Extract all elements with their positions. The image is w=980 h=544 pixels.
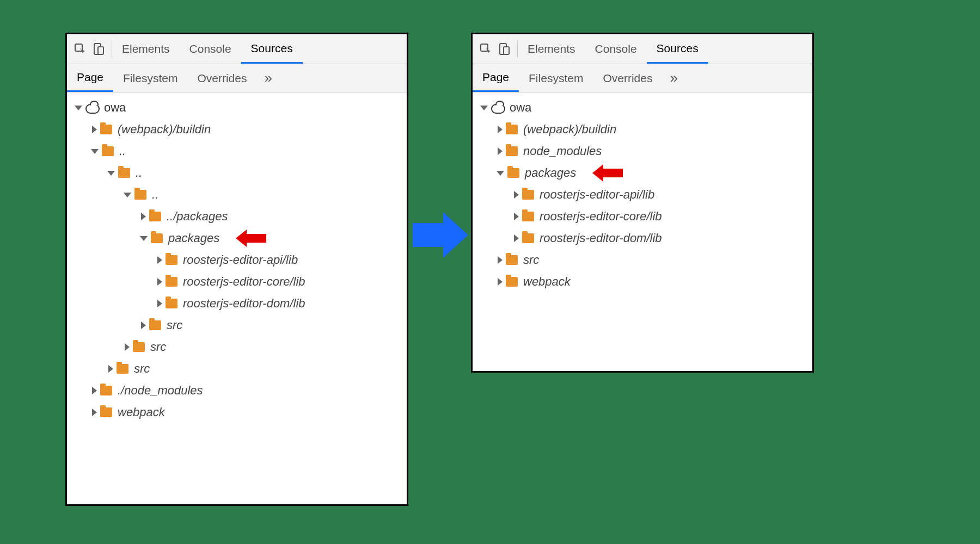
folder-icon: [506, 125, 518, 134]
tab-sources[interactable]: Sources: [647, 34, 708, 64]
tree-item-src-2[interactable]: src: [67, 336, 407, 358]
tree-item-roosterjs-core[interactable]: roosterjs-editor-core/lib: [67, 271, 407, 293]
svg-rect-0: [75, 44, 82, 51]
expand-arrow-right-icon[interactable]: [92, 409, 97, 416]
subtab-filesystem-label: Filesystem: [529, 72, 583, 85]
subtab-page[interactable]: Page: [473, 64, 519, 92]
tab-elements[interactable]: Elements: [112, 34, 180, 64]
tree-item-roosterjs-api[interactable]: roosterjs-editor-api/lib: [473, 184, 812, 206]
subtab-more-icon[interactable]: »: [256, 64, 279, 92]
tree-item-label: src: [523, 253, 539, 267]
tree-item-dotdot-packages[interactable]: ../packages: [67, 206, 407, 227]
tree-root-owa[interactable]: owa: [473, 97, 812, 119]
tree-item-webpack-buildin[interactable]: (webpack)/buildin: [67, 119, 407, 140]
subtab-filesystem[interactable]: Filesystem: [113, 64, 187, 92]
subtab-page-label: Page: [482, 71, 509, 84]
expand-arrow-right-icon[interactable]: [141, 322, 146, 329]
folder-icon: [506, 277, 518, 287]
tree-item-src[interactable]: src: [473, 249, 812, 271]
tree-item-label: webpack: [118, 405, 165, 419]
expand-arrow-down-icon[interactable]: [124, 193, 131, 197]
expand-arrow-down-icon[interactable]: [91, 149, 99, 154]
red-arrow-annotation: [236, 230, 266, 247]
expand-arrow-right-icon[interactable]: [92, 387, 97, 394]
expand-arrow-right-icon[interactable]: [498, 147, 503, 155]
tree-item-packages[interactable]: packages: [67, 227, 407, 249]
subtab-overrides[interactable]: Overrides: [187, 64, 256, 92]
tree-item-label: roosterjs-editor-api/lib: [183, 253, 298, 267]
expand-arrow-right-icon[interactable]: [157, 256, 162, 264]
tree-item-label: roosterjs-editor-api/lib: [540, 188, 654, 202]
tab-sources-label: Sources: [657, 42, 699, 55]
tree-item-label: ..: [119, 144, 126, 158]
expand-arrow-right-icon[interactable]: [92, 126, 97, 133]
expand-arrow-down-icon[interactable]: [75, 106, 82, 110]
devtools-panel-after: Elements Console Sources Page Filesystem…: [471, 33, 814, 373]
tree-item-webpack[interactable]: webpack: [67, 401, 407, 423]
tab-elements-label: Elements: [122, 42, 170, 55]
sources-subbar: Page Filesystem Overrides »: [473, 64, 812, 92]
tab-elements[interactable]: Elements: [518, 34, 585, 64]
tab-console-label: Console: [595, 42, 637, 55]
tree-item-dotdot-1[interactable]: ..: [67, 140, 407, 162]
folder-icon: [506, 255, 518, 265]
expand-arrow-right-icon[interactable]: [108, 365, 113, 373]
tree-item-roosterjs-core[interactable]: roosterjs-editor-core/lib: [473, 206, 812, 227]
folder-icon: [166, 277, 177, 287]
tree-item-packages[interactable]: packages: [473, 162, 812, 184]
expand-arrow-right-icon[interactable]: [498, 126, 503, 133]
subtab-overrides[interactable]: Overrides: [593, 64, 662, 92]
expand-arrow-right-icon[interactable]: [514, 234, 519, 242]
tree-item-label: roosterjs-editor-core/lib: [183, 275, 305, 289]
expand-arrow-down-icon[interactable]: [107, 171, 115, 176]
tree-item-label: ../packages: [167, 209, 228, 224]
tree-item-webpack[interactable]: webpack: [473, 271, 812, 293]
subtab-page[interactable]: Page: [67, 64, 113, 92]
tree-item-label: webpack: [523, 275, 571, 289]
tab-console[interactable]: Console: [585, 34, 647, 64]
folder-icon: [522, 233, 534, 243]
tree-item-roosterjs-api[interactable]: roosterjs-editor-api/lib: [67, 249, 407, 271]
tree-item-label: src: [150, 340, 166, 354]
expand-arrow-right-icon[interactable]: [514, 213, 519, 220]
device-toggle-icon[interactable]: [498, 42, 511, 55]
tree-item-roosterjs-dom[interactable]: roosterjs-editor-dom/lib: [473, 227, 812, 249]
svg-rect-5: [504, 47, 509, 54]
tree-item-node-modules[interactable]: ./node_modules: [67, 380, 407, 401]
folder-icon: [102, 146, 114, 156]
devtools-panel-before: Elements Console Sources Page Filesystem…: [65, 33, 408, 506]
arrow-shaft-icon: [413, 223, 443, 247]
inspect-element-icon[interactable]: [74, 42, 87, 55]
tree-item-src-1[interactable]: src: [67, 358, 407, 380]
expand-arrow-down-icon[interactable]: [140, 236, 148, 241]
subtab-filesystem[interactable]: Filesystem: [519, 64, 593, 92]
expand-arrow-down-icon[interactable]: [497, 171, 504, 176]
expand-arrow-right-icon[interactable]: [514, 191, 519, 199]
expand-arrow-right-icon[interactable]: [141, 213, 146, 220]
file-tree-right: owa (webpack)/buildin node_modules packa…: [473, 92, 812, 297]
tree-item-dotdot-3[interactable]: ..: [67, 184, 407, 206]
folder-icon: [117, 364, 128, 374]
expand-arrow-down-icon[interactable]: [480, 106, 488, 110]
expand-arrow-right-icon[interactable]: [157, 300, 162, 307]
tree-item-label: roosterjs-editor-core/lib: [540, 209, 662, 224]
subtab-more-label: »: [670, 70, 677, 86]
device-toggle-icon[interactable]: [92, 42, 105, 55]
expand-arrow-right-icon[interactable]: [498, 278, 503, 286]
subtab-more-icon[interactable]: »: [662, 64, 685, 92]
tab-console[interactable]: Console: [180, 34, 241, 64]
main-tabs: Elements Console Sources: [518, 34, 812, 64]
tree-item-label: src: [134, 362, 150, 376]
tree-item-dotdot-2[interactable]: ..: [67, 162, 407, 184]
inspect-element-icon[interactable]: [479, 42, 492, 55]
tree-item-node-modules[interactable]: node_modules: [473, 140, 812, 162]
tree-item-src-3[interactable]: src: [67, 314, 407, 336]
tree-item-webpack-buildin[interactable]: (webpack)/buildin: [473, 119, 812, 140]
tree-item-label: ..: [136, 166, 142, 180]
tree-root-owa[interactable]: owa: [67, 97, 407, 119]
tab-sources[interactable]: Sources: [241, 34, 303, 64]
expand-arrow-right-icon[interactable]: [157, 278, 162, 286]
expand-arrow-right-icon[interactable]: [498, 256, 503, 264]
tree-item-roosterjs-dom[interactable]: roosterjs-editor-dom/lib: [67, 293, 407, 314]
expand-arrow-right-icon[interactable]: [125, 343, 130, 351]
